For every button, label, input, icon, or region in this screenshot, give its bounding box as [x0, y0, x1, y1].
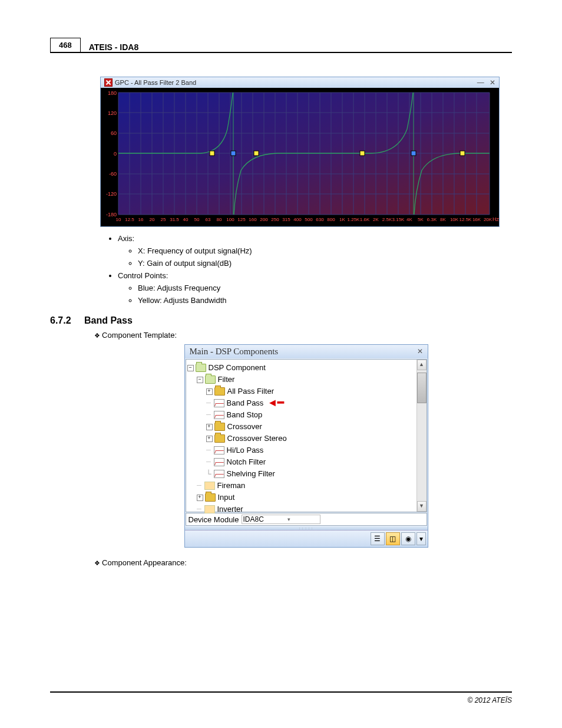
- svg-text:2K: 2K: [373, 217, 379, 222]
- graph-title: GPC - All Pass Filter 2 Band: [115, 79, 196, 86]
- filter-icon: [214, 470, 224, 478]
- svg-rect-46: [231, 151, 236, 156]
- tree-item-allpass[interactable]: +All Pass Filter: [187, 386, 415, 397]
- tree-toolbar: ☰ ◫ ◉ ▾: [185, 530, 428, 547]
- svg-text:-60: -60: [109, 171, 117, 177]
- collapse-icon[interactable]: −: [187, 365, 194, 371]
- footer: © 2012 ATEÏS: [50, 691, 512, 704]
- close-icon[interactable]: ✕: [490, 78, 495, 87]
- tree-item-input[interactable]: +Input: [187, 492, 415, 503]
- tree-item-crossover-stereo[interactable]: +Crossover Stereo: [187, 433, 415, 444]
- svg-text:80: 80: [217, 217, 222, 222]
- bullet-control: Control Points: Blue: Adjusts Frequency …: [118, 271, 512, 305]
- minimize-icon[interactable]: —: [477, 78, 484, 87]
- section-title: Band Pass: [84, 315, 133, 326]
- tree-item-inverter[interactable]: ┈Inverter: [187, 503, 415, 515]
- graph-body[interactable]: 180120600-60-120-180 1012.516202531.5405…: [101, 88, 499, 226]
- svg-text:40: 40: [183, 217, 189, 222]
- svg-text:-120: -120: [106, 191, 117, 197]
- tree-item-bandstop[interactable]: ┈Band Stop: [187, 409, 415, 421]
- svg-text:1.25K: 1.25K: [348, 217, 361, 222]
- tree-close-icon[interactable]: ✕: [417, 347, 423, 356]
- svg-text:1K: 1K: [339, 217, 345, 222]
- svg-text:800: 800: [327, 217, 335, 222]
- scroll-thumb[interactable]: [417, 373, 427, 403]
- svg-text:16K: 16K: [472, 217, 481, 222]
- svg-text:0: 0: [114, 151, 117, 157]
- svg-text:1.6K: 1.6K: [360, 217, 370, 222]
- svg-text:12.5K: 12.5K: [459, 217, 472, 222]
- expand-icon[interactable]: +: [206, 424, 213, 430]
- svg-text:120: 120: [108, 110, 117, 116]
- list-view-button[interactable]: ☰: [371, 532, 385, 545]
- svg-text:-180: -180: [106, 212, 117, 218]
- svg-text:125: 125: [237, 217, 246, 222]
- expand-icon[interactable]: +: [197, 495, 203, 501]
- folder-icon: [214, 434, 225, 443]
- tree-list: −DSP Component −Filter +All Pass Filter …: [186, 360, 416, 512]
- svg-text:16: 16: [138, 217, 144, 222]
- graph-svg: 180120600-60-120-180 1012.516202531.5405…: [101, 88, 499, 226]
- expand-icon[interactable]: +: [206, 436, 213, 442]
- settings-button[interactable]: ◉: [401, 532, 415, 545]
- svg-text:500: 500: [305, 217, 313, 222]
- collapse-icon[interactable]: −: [197, 377, 203, 383]
- scrollbar[interactable]: ▲ ▼: [416, 360, 427, 512]
- device-module-select[interactable]: IDA8C: [242, 515, 320, 524]
- svg-text:4K: 4K: [406, 217, 412, 222]
- scroll-down-icon[interactable]: ▼: [417, 501, 427, 512]
- filter-icon: [214, 411, 224, 419]
- svg-text:630: 630: [316, 217, 324, 222]
- expand-icon[interactable]: +: [206, 388, 213, 395]
- svg-text:8K: 8K: [440, 217, 446, 222]
- component-view-button[interactable]: ◫: [386, 532, 400, 545]
- tree-item-notch[interactable]: ┈Notch Filter: [187, 456, 415, 468]
- tree-item-bandpass[interactable]: ┈Band Pass◄━: [187, 397, 415, 409]
- arrow-indicator-icon: ◄━: [267, 397, 284, 409]
- graph-titlebar: GPC - All Pass Filter 2 Band — ✕: [101, 77, 499, 88]
- bullet-control-blue: Blue: Adjusts Frequency: [138, 284, 512, 292]
- module-icon: [204, 482, 215, 490]
- svg-text:400: 400: [293, 217, 302, 222]
- svg-text:12.5: 12.5: [125, 217, 134, 222]
- bullet-axis-x: X: Frequency of output signal(Hz): [138, 246, 512, 255]
- svg-text:160: 160: [249, 217, 257, 222]
- svg-text:20: 20: [150, 217, 155, 222]
- svg-text:25: 25: [161, 217, 166, 222]
- dropdown-button[interactable]: ▾: [416, 532, 426, 545]
- svg-text:6.3K: 6.3K: [427, 217, 437, 222]
- tree-titlebar: Main - DSP Components ✕: [185, 345, 428, 358]
- tree-item-dsp-component[interactable]: −DSP Component: [187, 362, 415, 374]
- svg-rect-49: [411, 151, 416, 156]
- page-number: 468: [50, 38, 81, 52]
- svg-text:10: 10: [116, 217, 121, 222]
- tree-item-hilopass[interactable]: ┈Hi/Lo Pass: [187, 444, 415, 456]
- folder-icon: [214, 387, 225, 396]
- svg-text:20K: 20K: [484, 217, 492, 222]
- tree-item-shelving[interactable]: └Shelving Filter: [187, 468, 415, 480]
- svg-rect-48: [460, 151, 465, 156]
- folder-icon: [205, 493, 216, 502]
- label-component-appearance: Component Appearance:: [94, 558, 512, 567]
- svg-text:250: 250: [271, 217, 279, 222]
- folder-open-icon: [205, 375, 216, 384]
- svg-text:315: 315: [282, 217, 290, 222]
- tree-item-fireman[interactable]: ┈Fireman: [187, 480, 415, 492]
- svg-text:5K: 5K: [418, 217, 424, 222]
- bullet-axis: Axis: X: Frequency of output signal(Hz) …: [118, 234, 512, 268]
- device-module-label: Device Module: [189, 515, 239, 524]
- tree-item-filter[interactable]: −Filter: [187, 374, 415, 386]
- svg-text:31.5: 31.5: [170, 217, 179, 222]
- svg-rect-45: [254, 151, 259, 156]
- svg-text:50: 50: [194, 217, 200, 222]
- module-icon: [204, 505, 215, 513]
- tree-item-crossover[interactable]: +Crossover: [187, 421, 415, 433]
- svg-text:2.5K: 2.5K: [382, 217, 392, 222]
- svg-text:63: 63: [206, 217, 211, 222]
- svg-text:3.15K: 3.15K: [392, 217, 405, 222]
- label-component-template: Component Template:: [94, 331, 512, 340]
- svg-text:Hz: Hz: [492, 216, 499, 222]
- scroll-up-icon[interactable]: ▲: [417, 360, 427, 370]
- app-icon: [104, 78, 113, 87]
- svg-text:200: 200: [260, 217, 268, 222]
